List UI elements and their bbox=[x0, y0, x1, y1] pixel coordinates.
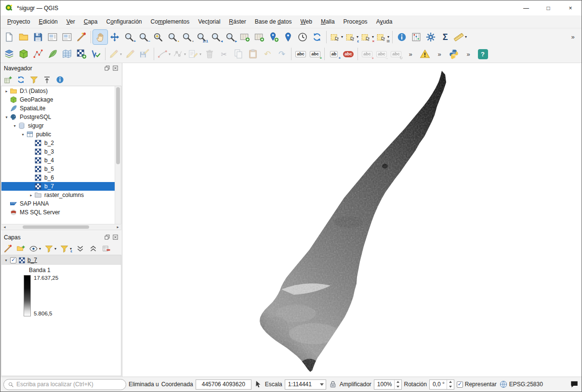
scrollbar-thumb[interactable] bbox=[116, 87, 120, 164]
processing-toolbox-button[interactable] bbox=[423, 30, 438, 44]
float-panel-icon[interactable] bbox=[104, 234, 110, 240]
map-canvas[interactable] bbox=[122, 63, 582, 377]
tree-item-postgresql[interactable]: ▾PostgreSQL bbox=[1, 113, 115, 121]
zoom-next-button[interactable]: ▸ bbox=[223, 30, 238, 44]
render-toggle[interactable]: ✓ Representar bbox=[457, 381, 497, 388]
tree-item-b-3[interactable]: b_3 bbox=[1, 147, 115, 156]
open-data-source-manager-button[interactable] bbox=[2, 47, 16, 61]
rotation-spinbox[interactable]: 0,0 ° bbox=[429, 379, 454, 390]
render-checkbox[interactable]: ✓ bbox=[457, 381, 463, 388]
menu-proyecto[interactable]: Proyecto bbox=[3, 16, 34, 27]
tree-item-geopackage[interactable]: GeoPackage bbox=[1, 95, 115, 104]
new-map-view-button[interactable] bbox=[238, 30, 252, 44]
locator-input[interactable] bbox=[16, 381, 122, 388]
menu-r-ster[interactable]: Ráster bbox=[225, 16, 250, 27]
tree-item-sap-hana[interactable]: SAP HANA bbox=[1, 199, 115, 208]
save-layer-edits-button[interactable] bbox=[137, 47, 152, 61]
new-project-button[interactable] bbox=[2, 30, 16, 44]
tree-item-raster-columns[interactable]: ▸raster_columns bbox=[1, 191, 115, 199]
new-spatialite-layer-button[interactable] bbox=[45, 47, 60, 61]
move-label-button[interactable]: abc→ bbox=[374, 47, 389, 61]
tree-item-b-5[interactable]: b_5 bbox=[1, 165, 115, 173]
float-panel-icon[interactable] bbox=[104, 65, 110, 71]
delete-selected-button[interactable] bbox=[202, 47, 217, 61]
menu-ayuda[interactable]: Ayuda bbox=[372, 16, 397, 27]
expander-icon[interactable]: ▾ bbox=[20, 132, 26, 137]
labels-toolbar-overflow-button[interactable]: » bbox=[403, 47, 418, 61]
coordinate-input[interactable]: 445706 4093620 bbox=[196, 379, 251, 390]
help-toolbar-overflow-button[interactable]: » bbox=[461, 47, 476, 61]
expander-icon[interactable]: ▾ bbox=[3, 258, 9, 262]
paste-features-button[interactable] bbox=[246, 47, 260, 61]
layer-diagram-options-button[interactable]: abc+ bbox=[308, 47, 322, 61]
zoom-to-selection-button[interactable]: ▪ bbox=[165, 30, 180, 44]
layer-labeling-options-button[interactable]: abc bbox=[293, 47, 308, 61]
refresh-browser-button[interactable] bbox=[15, 74, 26, 85]
menu-configuraci-n[interactable]: Configuración bbox=[102, 16, 146, 27]
dropdown-arrow-icon[interactable]: ▾ bbox=[372, 35, 374, 39]
zoom-full-button[interactable] bbox=[151, 30, 165, 44]
dropdown-arrow-icon[interactable]: ▾ bbox=[387, 35, 389, 39]
current-edits-button[interactable]: ▾ bbox=[107, 47, 123, 61]
refresh-map-button[interactable] bbox=[310, 30, 324, 44]
new-geopackage-layer-button[interactable] bbox=[16, 47, 31, 61]
new-3d-map-view-button[interactable] bbox=[252, 30, 266, 44]
tree-item-b-6[interactable]: b_6 bbox=[1, 173, 115, 182]
manage-map-themes-button[interactable]: ▾ bbox=[28, 243, 42, 254]
select-by-expression-button[interactable]: ε▾ bbox=[344, 30, 359, 44]
lock-scale-icon[interactable] bbox=[329, 380, 337, 389]
geometry-checker-button[interactable] bbox=[418, 47, 432, 61]
pan-map-button[interactable] bbox=[93, 30, 107, 44]
identify-features-button[interactable] bbox=[395, 30, 409, 44]
open-project-button[interactable] bbox=[16, 30, 31, 44]
dropdown-arrow-icon[interactable]: ▾ bbox=[357, 35, 358, 39]
locator-search[interactable] bbox=[3, 379, 126, 390]
expand-all-button[interactable] bbox=[74, 243, 86, 254]
menu-vectorial[interactable]: Vectorial bbox=[194, 16, 225, 27]
spin-down-icon[interactable] bbox=[447, 384, 454, 389]
close-button[interactable]: × bbox=[559, 0, 582, 15]
help-button[interactable]: ? bbox=[476, 47, 490, 61]
collapse-all-button[interactable] bbox=[41, 74, 53, 85]
statistical-summary-button[interactable]: Σ bbox=[438, 30, 452, 44]
spin-buttons[interactable] bbox=[394, 380, 401, 389]
remove-layer-button[interactable] bbox=[100, 243, 112, 254]
copy-features-button[interactable] bbox=[231, 47, 246, 61]
scroll-right-icon[interactable]: ▸ bbox=[115, 225, 121, 229]
navegador-horizontal-scrollbar[interactable]: ◂ ▸ bbox=[1, 224, 121, 230]
rotate-label-button[interactable]: abc↻ bbox=[389, 47, 403, 61]
menu-base-de-datos[interactable]: Base de datos bbox=[251, 16, 296, 27]
digitize-with-segment-button[interactable]: ▾ bbox=[156, 47, 172, 61]
menu-procesos[interactable]: Procesos bbox=[339, 16, 372, 27]
spin-up-icon[interactable] bbox=[447, 380, 454, 385]
add-selected-layers-button[interactable] bbox=[2, 74, 13, 85]
collapse-all-layers-button[interactable] bbox=[87, 243, 99, 254]
dropdown-arrow-icon[interactable]: ▾ bbox=[184, 52, 186, 56]
messages-icon[interactable] bbox=[570, 380, 579, 389]
modify-attributes-button[interactable]: ▾ bbox=[187, 47, 202, 61]
dropdown-arrow-icon[interactable]: ▾ bbox=[120, 52, 122, 56]
cut-features-button[interactable]: ✂ bbox=[217, 47, 231, 61]
select-features-button[interactable]: ▾ bbox=[329, 30, 344, 44]
select-by-form-button[interactable]: ⊞▾ bbox=[375, 30, 390, 44]
toggle-editing-button[interactable] bbox=[123, 47, 137, 61]
zoom-native-button[interactable]: 1:1 bbox=[194, 30, 209, 44]
filter-by-expression-button[interactable]: ε▾ bbox=[59, 243, 73, 254]
menu-web[interactable]: Web bbox=[296, 16, 316, 27]
undo-button[interactable]: ↶ bbox=[260, 47, 275, 61]
tree-item-sigugr[interactable]: ▾sigugr bbox=[1, 121, 115, 130]
pan-to-selection-button[interactable] bbox=[107, 30, 122, 44]
filter-browser-button[interactable] bbox=[28, 74, 40, 85]
menu-capa[interactable]: Capa bbox=[79, 16, 102, 27]
measure-button[interactable]: ▾ bbox=[452, 30, 468, 44]
layer-item-b7[interactable]: ▾ ✓ b_7 bbox=[1, 255, 121, 265]
scrollbar-thumb[interactable] bbox=[23, 225, 89, 229]
tree-item-b-2[interactable]: b_2 bbox=[1, 139, 115, 147]
show-properties-button[interactable] bbox=[54, 74, 66, 85]
new-mesh-layer-button[interactable] bbox=[60, 47, 74, 61]
spin-buttons[interactable] bbox=[447, 380, 454, 389]
mouse-position-toggle-icon[interactable] bbox=[254, 380, 263, 389]
dropdown-arrow-icon[interactable]: ▾ bbox=[54, 247, 56, 251]
dropdown-arrow-icon[interactable]: ▾ bbox=[39, 247, 41, 251]
filter-legend-button[interactable]: ▾ bbox=[43, 243, 57, 254]
